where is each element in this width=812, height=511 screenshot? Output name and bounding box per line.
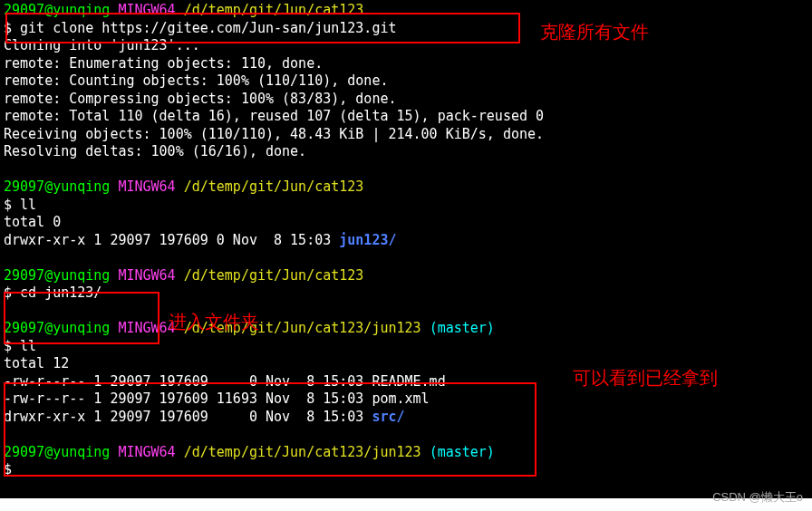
prompt-line: 29097@yunqing MINGW64 /d/temp/git/Jun/ca… <box>4 444 808 462</box>
output-line: remote: Compressing objects: 100% (83/83… <box>4 91 808 109</box>
output-line: -rw-r--r-- 1 29097 197609 11693 Nov 8 15… <box>4 390 808 409</box>
annotation-label: 可以看到已经拿到 <box>573 366 718 390</box>
output-line: drwxr-xr-x 1 29097 197609 0 Nov 8 15:03 … <box>4 232 808 250</box>
cmd-line[interactable]: $ ll <box>4 338 808 356</box>
cmd-line[interactable]: $ <box>4 461 808 479</box>
output-line: total 0 <box>4 214 808 232</box>
watermark: CSDN @懒大王o <box>712 490 803 506</box>
cmd-line[interactable]: $ git clone https://gitee.com/Jun-san/ju… <box>4 20 808 38</box>
output-line: Cloning into 'jun123'... <box>4 37 808 55</box>
prompt-line: 29097@yunqing MINGW64 /d/temp/git/Jun/ca… <box>4 178 808 197</box>
output-line: Resolving deltas: 100% (16/16), done. <box>4 143 808 161</box>
prompt-line: 29097@yunqing MINGW64 /d/temp/git/Jun/ca… <box>4 2 808 20</box>
cmd-line[interactable]: $ ll <box>4 197 808 215</box>
annotation-label: 进入文件夹 <box>169 310 259 333</box>
output-line: drwxr-xr-x 1 29097 197609 0 Nov 8 15:03 … <box>4 409 808 427</box>
output-line: remote: Enumerating objects: 110, done. <box>4 55 808 73</box>
annotation-label: 克隆所有文件 <box>540 20 649 43</box>
output-line: remote: Counting objects: 100% (110/110)… <box>4 72 808 91</box>
prompt-line: 29097@yunqing MINGW64 /d/temp/git/Jun/ca… <box>4 267 808 285</box>
cmd-line[interactable]: $ cd jun123/ <box>4 284 808 303</box>
output-line: remote: Total 110 (delta 16), reused 107… <box>4 108 808 126</box>
prompt-line: 29097@yunqing MINGW64 /d/temp/git/Jun/ca… <box>4 320 808 338</box>
output-line: Receiving objects: 100% (110/110), 48.43… <box>4 126 808 144</box>
